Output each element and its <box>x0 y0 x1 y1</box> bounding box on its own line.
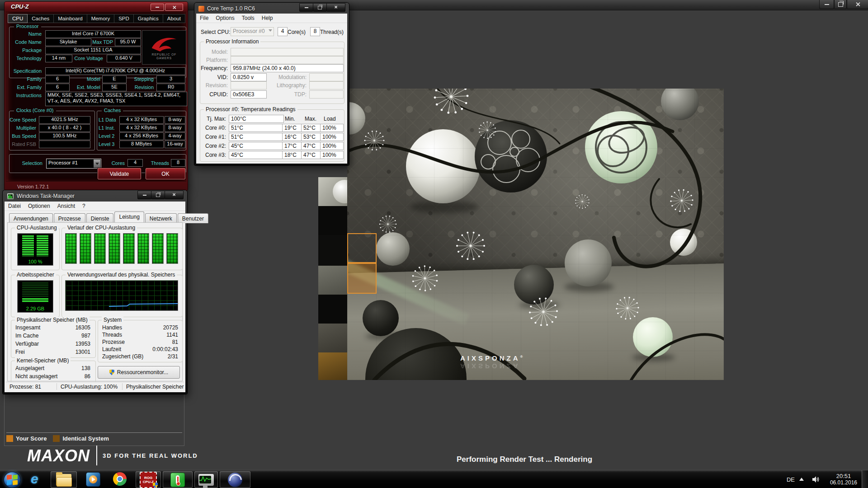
menu-datei[interactable]: Datei <box>5 202 24 210</box>
tab-anwendungen[interactable]: Anwendungen <box>9 213 53 223</box>
language-indicator[interactable]: DE <box>787 476 795 483</box>
group-caption: Processor <box>14 23 41 29</box>
core-speed-value: 4021.5 MHz <box>39 116 90 124</box>
minimize-icon[interactable] <box>137 191 151 199</box>
taskmanager-tabstrip: Anwendungen Prozesse Dienste Leistung Ne… <box>9 212 209 223</box>
render-tile-preview <box>318 266 347 295</box>
tab-spd[interactable]: SPD <box>114 14 134 23</box>
taskbar: e ROGCPU-Z DE 20:51 06.01.2016 <box>0 470 868 488</box>
minimize-icon[interactable] <box>819 0 834 9</box>
tab-caches[interactable]: Caches <box>28 14 54 23</box>
window-title: Core Temp 1.0 RC6 <box>207 5 255 12</box>
tab-graphics[interactable]: Graphics <box>134 14 163 23</box>
taskbar-item-windows-explorer[interactable] <box>51 471 77 488</box>
platform-field <box>231 56 344 64</box>
menu-optionen[interactable]: Optionen <box>24 202 54 210</box>
show-desktop-button[interactable] <box>862 470 868 488</box>
cpuz-titlebar[interactable]: CPU-Z <box>5 2 188 12</box>
taskbar-item-internet-explorer[interactable]: e <box>31 472 38 486</box>
ok-button[interactable]: OK <box>146 168 185 179</box>
taskbar-item-cinebench[interactable] <box>220 471 250 488</box>
uac-shield-icon <box>109 370 114 375</box>
tab-mainboard[interactable]: Mainboard <box>54 14 87 23</box>
package-value: Socket 1151 LGA <box>45 47 141 54</box>
start-button[interactable] <box>4 472 21 488</box>
cpu-usage-meter: 100 % <box>17 233 53 266</box>
window-controls <box>300 3 345 12</box>
taskbar-item-taskmanager[interactable] <box>194 471 218 488</box>
tjmax-field: 100°C <box>229 115 284 123</box>
menu-options[interactable]: Options <box>212 14 238 22</box>
tab-cpu[interactable]: CPU <box>8 14 28 23</box>
cpuz-body: CPU Caches Mainboard Memory SPD Graphics… <box>6 12 186 182</box>
aixsponza-reflection: AIXSPONZA <box>460 362 520 370</box>
taskmanager-statusbar: Prozesse: 81 CPU-Auslastung: 100% Physik… <box>6 382 184 391</box>
core0-temp: 51°C <box>229 124 284 132</box>
cpuz-version: Version 1.72.1 <box>17 184 49 189</box>
active-render-tile <box>347 263 377 294</box>
vid-field: 0.8250 v <box>231 73 267 81</box>
clock[interactable]: 20:51 06.01.2016 <box>830 473 857 486</box>
menu-file[interactable]: File <box>196 14 212 22</box>
minimize-icon[interactable] <box>299 3 313 12</box>
cpu-select[interactable]: Processor #0 <box>231 27 274 36</box>
volume-icon[interactable] <box>812 476 820 483</box>
close-icon[interactable] <box>165 4 183 11</box>
cpu-core-graph <box>166 233 178 264</box>
clock-date: 06.01.2016 <box>830 479 857 486</box>
validate-button[interactable]: Validate <box>98 168 141 179</box>
close-icon[interactable] <box>165 191 184 199</box>
rated-fsb-value <box>39 141 90 148</box>
render-viewport: AIXSPONZA® AIXSPONZA <box>347 89 724 380</box>
tab-memory[interactable]: Memory <box>87 14 115 23</box>
cpu-core-graph <box>123 233 135 264</box>
model-value: E <box>102 75 127 83</box>
close-icon[interactable] <box>847 0 868 9</box>
max-tdp-value: 95.0 W <box>115 38 141 46</box>
core-count: 4 <box>278 27 288 36</box>
window-title: Windows Task-Manager <box>17 193 75 199</box>
restore-icon[interactable] <box>834 0 847 9</box>
render-tile-amber <box>318 352 347 380</box>
taskbar-item-chrome[interactable] <box>113 472 127 486</box>
cpu-core-graph <box>65 233 77 264</box>
divider <box>6 432 182 433</box>
l2-value: 4 x 256 KBytes <box>119 132 164 140</box>
revision-value: R0 <box>156 84 185 91</box>
menu-tools[interactable]: Tools <box>238 14 258 22</box>
menu-help[interactable]: Help <box>258 14 277 22</box>
tab-about[interactable]: About <box>163 14 185 23</box>
core2-temp: 45°C <box>229 142 284 150</box>
restore-icon[interactable] <box>313 3 327 12</box>
processor-select[interactable]: Processor #1 <box>46 159 101 169</box>
tab-prozesse[interactable]: Prozesse <box>54 213 85 223</box>
hidden-icons-chevron[interactable] <box>799 475 804 481</box>
cpu-name-value: Intel Core i7 6700K <box>45 30 141 38</box>
taskbar-item-coretemp[interactable] <box>163 471 193 488</box>
taskmanager-app-icon <box>7 193 14 200</box>
divider <box>96 446 97 465</box>
lithography-field <box>309 81 344 89</box>
render-status-text: Performing Render Test ... Rendering <box>457 455 592 464</box>
restore-icon[interactable] <box>151 191 165 199</box>
taskbar-item-media-player[interactable] <box>86 472 100 487</box>
memory-usage-value: 2.29 GB <box>18 306 53 311</box>
chevron-down-icon[interactable] <box>94 160 100 168</box>
your-score-label: Your Score <box>16 435 47 442</box>
menu-hilfe[interactable]: ? <box>79 202 89 210</box>
task-manager-icon <box>198 474 214 486</box>
minimize-icon[interactable] <box>151 4 164 11</box>
tab-benutzer[interactable]: Benutzer <box>178 213 208 223</box>
resource-monitor-button[interactable]: Ressourcenmonitor... <box>98 366 180 379</box>
render-tile-dark <box>318 206 347 235</box>
tab-leistung[interactable]: Leistung <box>114 211 144 222</box>
cpu-core-graph <box>152 233 164 264</box>
close-icon[interactable] <box>326 3 345 12</box>
status-processes: Prozesse: 81 <box>6 383 57 390</box>
rog-logo: REPUBLIC OFGAMERS <box>142 30 186 65</box>
ext-family-value: 6 <box>45 84 70 91</box>
tab-dienste[interactable]: Dienste <box>86 213 114 223</box>
taskbar-item-cpuz[interactable]: ROGCPU-Z <box>136 471 161 488</box>
tab-netzwerk[interactable]: Netzwerk <box>145 213 177 223</box>
menu-ansicht[interactable]: Ansicht <box>54 202 79 210</box>
